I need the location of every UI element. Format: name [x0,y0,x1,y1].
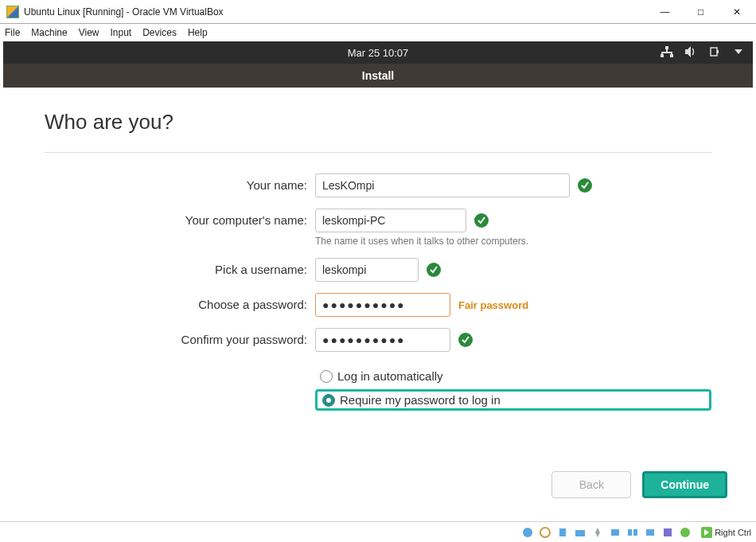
status-audio-icon[interactable] [609,526,622,539]
svg-rect-11 [559,528,566,536]
label-username: Pick a username: [45,258,315,276]
menu-machine[interactable]: Machine [31,27,67,38]
password-input[interactable] [315,293,450,317]
divider [45,152,711,153]
close-button[interactable]: ✕ [719,1,754,23]
minimize-button[interactable]: — [647,1,683,23]
ubuntu-top-bar: Mar 25 10:07 [3,41,753,64]
login-option-group: Log in automatically Require my password… [315,363,711,411]
svg-rect-6 [671,52,672,55]
svg-rect-12 [575,530,585,536]
window-title: Ubuntu Linux [Running] - Oracle VM Virtu… [24,6,647,18]
status-display-icon[interactable] [591,526,604,539]
status-shared-folder-icon[interactable] [574,526,586,539]
virtualbox-titlebar: Ubuntu Linux [Running] - Oracle VM Virtu… [0,0,756,24]
host-key-indicator[interactable]: Right Ctrl [701,527,751,538]
nav-buttons: Back Continue [551,471,727,498]
svg-rect-15 [633,529,637,536]
radio-label: Log in automatically [337,369,443,383]
status-usb-icon[interactable] [556,526,569,539]
label-computer-name: Your computer's name: [45,209,315,227]
radio-login-automatically[interactable]: Log in automatically [315,368,711,384]
status-mouse-icon[interactable] [679,526,692,539]
svg-rect-5 [661,52,663,55]
status-processor-icon[interactable] [661,526,674,539]
continue-button[interactable]: Continue [642,471,727,498]
menu-view[interactable]: View [79,27,99,38]
confirm-password-input[interactable] [315,328,450,352]
svg-rect-13 [611,529,619,536]
svg-rect-7 [711,48,717,56]
menu-help[interactable]: Help [188,27,208,38]
username-input[interactable] [315,258,419,282]
svg-point-18 [680,528,690,537]
status-recording-icon[interactable] [644,526,657,539]
svg-point-9 [523,528,532,537]
check-icon [458,333,473,347]
virtualbox-icon [6,6,19,18]
svg-rect-4 [661,52,672,53]
power-icon[interactable] [708,46,721,60]
svg-rect-0 [665,46,668,49]
check-icon [474,213,489,228]
network-icon[interactable] [661,46,673,60]
label-confirm-password: Confirm your password: [45,328,315,346]
svg-rect-8 [717,50,719,53]
menu-input[interactable]: Input [111,27,132,38]
installer-body: Who are you? Your name: Your computer's … [3,88,753,411]
svg-rect-17 [664,528,672,536]
svg-rect-16 [646,529,654,536]
status-optical-icon[interactable] [539,526,551,539]
label-password: Choose a password: [45,293,315,311]
menu-file[interactable]: File [5,27,20,38]
radio-require-password[interactable]: Require my password to log in [315,389,711,411]
clock: Mar 25 10:07 [348,47,409,59]
system-tray[interactable] [661,46,745,60]
hostkey-arrow-icon [701,527,712,538]
label-your-name: Your name: [45,174,315,192]
host-key-label: Right Ctrl [715,528,751,537]
virtualbox-statusbar: Right Ctrl [0,521,756,542]
check-icon [427,263,441,277]
installer-header: Install [3,64,753,88]
sound-icon[interactable] [684,46,697,60]
radio-label: Require my password to log in [340,393,501,407]
back-button[interactable]: Back [551,471,631,498]
installer-header-title: Install [362,69,394,82]
chevron-down-icon[interactable] [732,46,745,60]
status-harddisk-icon[interactable] [521,526,534,539]
your-name-input[interactable] [315,174,570,197]
computer-name-hint: The name it uses when it talks to other … [315,236,711,247]
password-strength: Fair password [458,299,528,311]
svg-point-10 [540,528,550,537]
computer-name-input[interactable] [315,209,466,232]
maximize-button[interactable]: □ [683,1,719,23]
page-title: Who are you? [45,110,711,135]
svg-rect-14 [628,529,632,536]
menu-devices[interactable]: Devices [142,27,177,38]
check-icon [578,178,592,193]
guest-display: Mar 25 10:07 Install Who are you? Your n… [3,41,753,516]
form-grid: Your name: Your computer's name: The nam… [45,174,711,411]
status-network-icon[interactable] [626,526,639,539]
virtualbox-menubar: File Machine View Input Devices Help [0,24,756,41]
